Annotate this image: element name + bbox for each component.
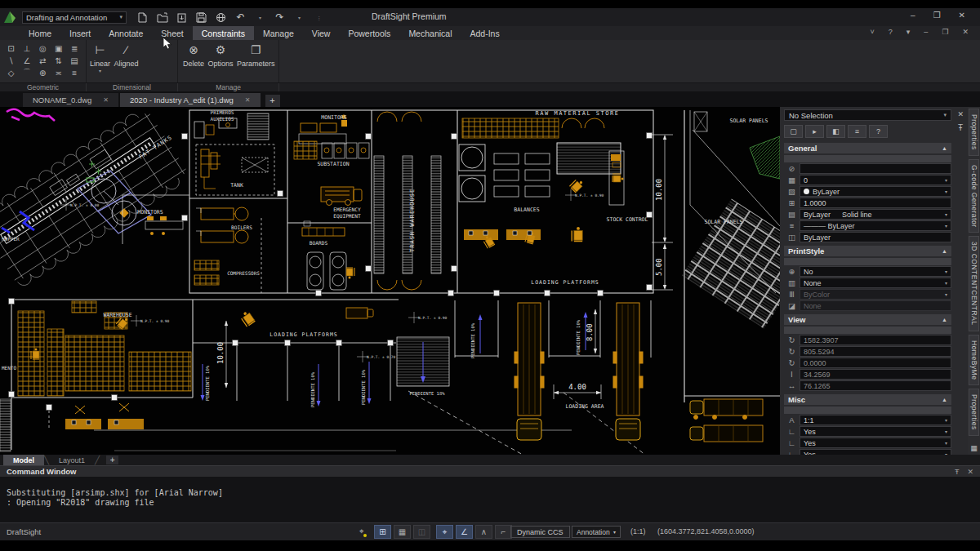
- ortho-toggle[interactable]: ◫: [413, 525, 430, 539]
- section-view[interactable]: View ▲: [784, 314, 951, 325]
- geometric-icon[interactable]: ⊕: [37, 67, 49, 78]
- doc-tab-industry[interactable]: 2020 - Industry A_edit (1).dwg ✕: [120, 93, 260, 107]
- grid-toggle[interactable]: ▦: [394, 525, 411, 539]
- geometric-icon[interactable]: ⊡: [5, 42, 17, 54]
- command-pin-icon[interactable]: Ŧ: [955, 468, 960, 476]
- tab-insert[interactable]: Insert: [60, 26, 100, 40]
- geometric-icon[interactable]: ◇: [5, 67, 17, 78]
- geometric-icon[interactable]: ≣: [69, 42, 81, 54]
- geometric-icon[interactable]: ≡: [69, 67, 81, 78]
- section-printstyle[interactable]: PrintStyle ▲: [784, 246, 951, 256]
- drawing-canvas[interactable]: HOPPER MENTO FAT TANKS: [0, 107, 780, 455]
- side-tab-homebyme[interactable]: HomeByMe: [969, 335, 979, 385]
- side-tab-gcode[interactable]: G-code Generator: [969, 159, 979, 233]
- tab-layout1[interactable]: Layout1: [49, 455, 95, 465]
- delete-button[interactable]: ⊗ Delete: [183, 40, 204, 82]
- help-icon[interactable]: ?: [869, 125, 888, 138]
- geometric-icon[interactable]: ▣: [52, 42, 65, 54]
- doc-restore-icon[interactable]: ❐: [942, 28, 948, 36]
- restore-button[interactable]: ❐: [933, 11, 941, 20]
- ribbon-collapse-icon[interactable]: ˅: [871, 28, 875, 36]
- property-row-linestyle[interactable]: ▤ ByLayerSolid line▾: [784, 209, 951, 220]
- save-icon[interactable]: [195, 11, 207, 23]
- annotation-scale-dropdown[interactable]: Annotation ▾: [572, 526, 621, 538]
- tab-view[interactable]: View: [303, 26, 340, 40]
- command-close-icon[interactable]: ✕: [967, 468, 973, 476]
- snap-toggle[interactable]: ⊞: [374, 525, 391, 539]
- esnap-toggle[interactable]: ⌖: [436, 525, 453, 539]
- open-file-icon[interactable]: [156, 11, 168, 23]
- property-row-transparency[interactable]: ◫ ByLayer: [784, 232, 951, 242]
- redo-icon[interactable]: ↷: [274, 11, 286, 23]
- aligned-button[interactable]: ∕ Aligned: [114, 40, 138, 82]
- property-row-linecolor[interactable]: ▨ ByLayer▾: [784, 186, 951, 197]
- new-file-icon[interactable]: [136, 11, 149, 23]
- select-matching-icon[interactable]: ▢: [784, 125, 803, 138]
- tab-powertools[interactable]: Powertools: [339, 26, 399, 40]
- help-dropdown-icon[interactable]: ▾: [906, 28, 911, 36]
- property-row-linescale[interactable]: ⊞ 1.0000: [784, 198, 951, 208]
- property-row-hyperlink[interactable]: ⊘: [784, 163, 951, 174]
- parameters-button[interactable]: ❐ Parameters: [237, 40, 275, 82]
- side-tab-properties-2[interactable]: Properties: [969, 389, 979, 436]
- undo-icon[interactable]: ↶: [234, 11, 247, 23]
- linear-button[interactable]: ⊢ Linear ▾: [90, 40, 110, 82]
- property-row-annotation-scale[interactable]: A 1:1▾: [784, 415, 951, 425]
- property-row-ucs-icon-on[interactable]: ∟ Yes▾: [784, 426, 951, 437]
- section-misc[interactable]: Misc ▲: [784, 394, 951, 405]
- import-icon[interactable]: [176, 11, 188, 23]
- geometric-icon[interactable]: ⇅: [52, 55, 65, 66]
- geometric-icon[interactable]: ▤: [69, 55, 81, 66]
- minimize-button[interactable]: –: [911, 11, 915, 20]
- toolbar-overflow-icon[interactable]: ⋮: [313, 11, 325, 23]
- add-sheet-button[interactable]: +: [106, 455, 118, 464]
- tab-annotate[interactable]: Annotate: [100, 26, 152, 40]
- etrack-toggle[interactable]: ∠: [456, 525, 473, 539]
- select-window-icon[interactable]: ◧: [826, 125, 845, 138]
- panel-grid-icon[interactable]: ▦: [970, 444, 978, 452]
- tab-model[interactable]: Model: [3, 455, 44, 465]
- geometric-icon[interactable]: ∖: [5, 55, 17, 66]
- web-icon[interactable]: [215, 11, 227, 23]
- workspace-selector[interactable]: Drafting and Annotation ▾: [22, 11, 127, 24]
- tab-mechanical[interactable]: Mechanical: [399, 26, 461, 40]
- new-document-button[interactable]: +: [265, 95, 280, 107]
- property-row-layer[interactable]: ▦ 0▾: [784, 175, 951, 185]
- property-row-printstyle[interactable]: ⊕ No▾: [784, 266, 951, 277]
- property-row-ucs-origin[interactable]: ∟ Yes▾: [784, 438, 951, 448]
- polar-toggle[interactable]: ∧: [475, 525, 492, 539]
- geometric-icon[interactable]: ◎: [37, 42, 49, 54]
- help-icon[interactable]: ?: [889, 28, 893, 36]
- panel-close-icon[interactable]: ✕: [957, 110, 964, 118]
- side-tab-3dcontentcentral[interactable]: 3D CONTENTCENTRAL: [969, 236, 979, 331]
- tab-home[interactable]: Home: [20, 26, 60, 40]
- tab-sheet[interactable]: Sheet: [152, 26, 192, 40]
- geometric-icon[interactable]: ≍: [52, 67, 65, 78]
- undo-dropdown-icon[interactable]: ▾: [254, 11, 266, 23]
- command-window[interactable]: Substituting [arsimp.shx] for [Arial Nar…: [0, 477, 980, 522]
- tab-constraints[interactable]: Constraints: [193, 26, 254, 40]
- close-icon[interactable]: ✕: [245, 96, 251, 104]
- geometric-icon[interactable]: ∠: [20, 55, 33, 66]
- tab-addins[interactable]: Add-Ins: [461, 26, 509, 40]
- geometric-icon[interactable]: ⊥: [20, 42, 33, 54]
- selection-dropdown[interactable]: No Selection ▾: [784, 109, 951, 121]
- close-button[interactable]: ✕: [959, 11, 965, 20]
- command-window-header[interactable]: Command Window Ŧ ✕: [0, 465, 980, 477]
- geometric-icon[interactable]: ⇄: [37, 55, 49, 66]
- select-entities-icon[interactable]: ▸: [805, 125, 824, 138]
- match-properties-icon[interactable]: ≡: [848, 125, 866, 138]
- doc-close-icon[interactable]: ✕: [962, 28, 969, 36]
- redo-dropdown-icon[interactable]: ▾: [293, 11, 305, 23]
- property-row-lineweight[interactable]: ≡ ——— ByLayer▾: [784, 220, 951, 231]
- dynamic-ccs-button[interactable]: Dynamic CCS: [510, 526, 570, 538]
- panel-pin-icon[interactable]: Ŧ: [958, 123, 963, 132]
- geometric-icon[interactable]: ⌒: [20, 67, 33, 78]
- options-button[interactable]: ⚙ Options: [207, 40, 233, 82]
- target-snap-icon[interactable]: ⌖: [359, 527, 364, 536]
- doc-minimize-icon[interactable]: –: [924, 28, 928, 36]
- doc-tab-noname[interactable]: NONAME_0.dwg ✕: [23, 93, 118, 107]
- property-row-printstyle-table[interactable]: ▥ None▾: [784, 278, 951, 288]
- section-general[interactable]: General ▲: [784, 143, 951, 153]
- side-tab-properties[interactable]: Properties: [969, 109, 979, 156]
